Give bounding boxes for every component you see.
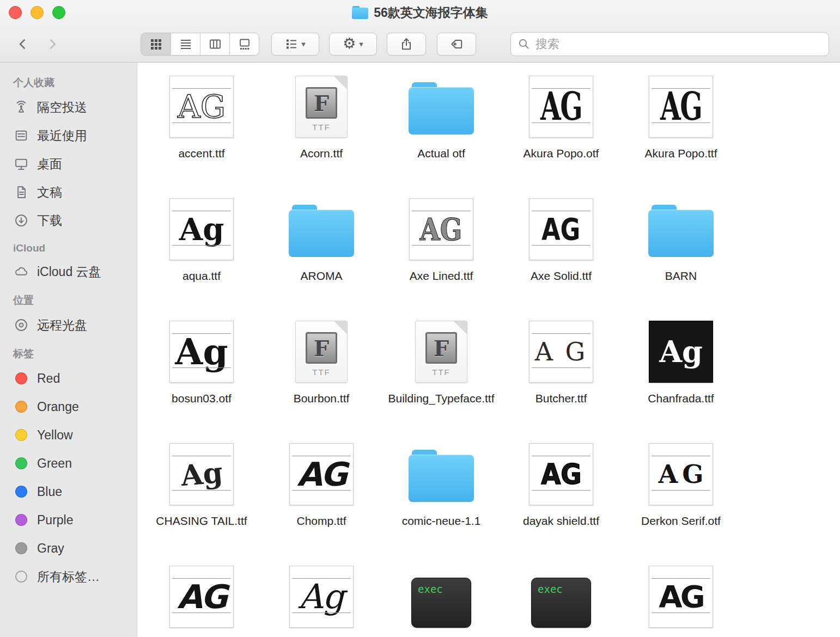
sidebar-section-icloud: iCloud [0, 235, 137, 258]
file-item[interactable]: exec [501, 560, 621, 637]
list-view-icon [179, 38, 192, 51]
file-item[interactable]: Ag bosun03.otf [142, 315, 261, 438]
downloads-icon [13, 212, 29, 229]
sidebar-item-recents[interactable]: 最近使用 [0, 121, 137, 150]
ttf-badge: TTF [432, 367, 451, 377]
sidebar-item-label: Gray [37, 541, 64, 556]
title-bar: 56款英文海报字体集 [0, 0, 840, 25]
file-item[interactable]: AG [142, 560, 261, 637]
sidebar-item-tag-red[interactable]: Red [0, 364, 137, 393]
tags-button[interactable] [437, 33, 476, 56]
search-input[interactable] [535, 37, 822, 51]
file-item[interactable]: AG Axe Lined.ttf [381, 193, 501, 315]
sidebar-item-remote-disc[interactable]: 远程光盘 [0, 311, 137, 339]
file-item[interactable]: FTTF Bourbon.ttf [261, 315, 381, 438]
file-name: dayak shield.ttf [523, 512, 599, 530]
file-item[interactable]: Actual otf [381, 70, 501, 193]
font-preview-letters: AG [659, 581, 703, 612]
tag-color-dot [15, 372, 27, 384]
font-preview-letters: A G [535, 339, 588, 364]
sidebar-item-tag-gray[interactable]: Gray [0, 534, 137, 562]
file-item[interactable]: AG Axe Solid.ttf [501, 193, 621, 315]
file-item[interactable]: comic-neue-1.1 [381, 438, 501, 560]
gallery-view-button[interactable] [229, 33, 259, 55]
file-item[interactable]: AG Akura Popo.ttf [621, 70, 741, 193]
search-icon [518, 38, 531, 51]
list-view-button[interactable] [171, 33, 200, 55]
column-view-button[interactable] [200, 33, 229, 55]
airdrop-icon [13, 99, 29, 115]
zoom-button[interactable] [52, 6, 65, 19]
chevron-right-icon [45, 37, 59, 51]
forward-button[interactable] [40, 33, 64, 56]
file-name: Chanfrada.ttf [648, 390, 714, 407]
font-preview-icon: AG [529, 198, 593, 260]
icon-view-button[interactable] [141, 33, 171, 55]
ttf-glyph: F [314, 90, 329, 116]
sidebar-item-label: 最近使用 [37, 127, 87, 144]
font-preview-letters: Ag [659, 337, 703, 366]
sidebar-item-label: 所有标签… [37, 568, 100, 585]
sidebar-item-tag-orange[interactable]: Orange [0, 393, 137, 421]
sidebar-section-favorites: 个人收藏 [0, 68, 137, 93]
recents-icon [13, 127, 29, 144]
close-button[interactable] [9, 6, 22, 19]
file-item[interactable]: exec [381, 560, 501, 637]
file-item[interactable]: AG dayak shield.ttf [501, 438, 621, 560]
share-button[interactable] [387, 33, 426, 56]
exec-label: exec [538, 583, 563, 595]
page-fold [333, 76, 348, 90]
font-preview-icon: Ag [649, 321, 713, 383]
sidebar-item-documents[interactable]: 文稿 [0, 178, 137, 206]
file-item[interactable]: AG Derkon Serif.otf [621, 438, 741, 560]
sidebar-item-airdrop[interactable]: 隔空投送 [0, 93, 137, 121]
ttf-glyph: F [314, 335, 329, 361]
ttf-badge: TTF [312, 122, 331, 132]
file-item[interactable]: A G Butcher.ttf [501, 315, 621, 438]
file-item[interactable]: AG Akura Popo.otf [501, 70, 621, 193]
sidebar-item-desktop[interactable]: 桌面 [0, 150, 137, 178]
file-name: Axe Solid.ttf [531, 267, 592, 285]
sidebar-item-label: Orange [37, 400, 79, 414]
sidebar-item-downloads[interactable]: 下载 [0, 206, 137, 235]
file-item[interactable]: AG Chomp.ttf [261, 438, 381, 560]
file-name: Acorn.ttf [300, 145, 343, 162]
chevron-left-icon [16, 37, 30, 51]
file-item[interactable]: FTTF Building_Typeface.ttf [381, 315, 501, 438]
sidebar-item-label: 文稿 [37, 184, 62, 201]
file-item[interactable]: Ag [261, 560, 381, 637]
font-preview-icon: A G [529, 321, 593, 383]
ttf-document-icon: FTTF [415, 321, 467, 383]
sidebar-item-tag-blue[interactable]: Blue [0, 477, 137, 506]
folder-icon [289, 205, 354, 257]
file-item[interactable]: AG [621, 560, 741, 637]
sidebar-item-all-tags[interactable]: 所有标签… [0, 562, 137, 591]
share-icon [399, 37, 413, 51]
sidebar-item-tag-purple[interactable]: Purple [0, 506, 137, 534]
file-item[interactable]: AROMA [261, 193, 381, 315]
tag-icon [449, 37, 464, 51]
file-name: Derkon Serif.otf [641, 512, 721, 530]
sidebar-item-label: 隔空投送 [37, 99, 87, 116]
file-item[interactable]: Ag CHASING TAIL.ttf [142, 438, 261, 560]
action-menu-button[interactable]: ⚙ ▾ [329, 33, 377, 56]
file-item[interactable]: Ag aqua.ttf [142, 193, 261, 315]
font-preview-icon: Ag [169, 198, 234, 260]
file-item[interactable]: BARN [621, 193, 741, 315]
group-by-button[interactable]: ▾ [271, 33, 319, 56]
sidebar-item-icloud-drive[interactable]: iCloud 云盘 [0, 258, 137, 286]
minimize-button[interactable] [31, 6, 44, 19]
sidebar-item-tag-green[interactable]: Green [0, 449, 137, 477]
back-button[interactable] [11, 33, 35, 56]
file-name: Building_Typeface.ttf [388, 390, 495, 407]
file-item[interactable]: FTTF Acorn.ttf [261, 70, 381, 193]
file-item[interactable]: Ag Chanfrada.ttf [621, 315, 741, 438]
font-preview-letters: AG [541, 460, 582, 488]
search-field[interactable] [510, 32, 829, 56]
gear-icon: ⚙ [343, 36, 356, 51]
file-item[interactable]: AG accent.ttf [142, 70, 261, 193]
file-name: Bourbon.ttf [294, 390, 350, 407]
font-preview-letters: Ag [175, 334, 228, 370]
folder-icon [648, 205, 714, 257]
sidebar-item-tag-yellow[interactable]: Yellow [0, 421, 137, 449]
